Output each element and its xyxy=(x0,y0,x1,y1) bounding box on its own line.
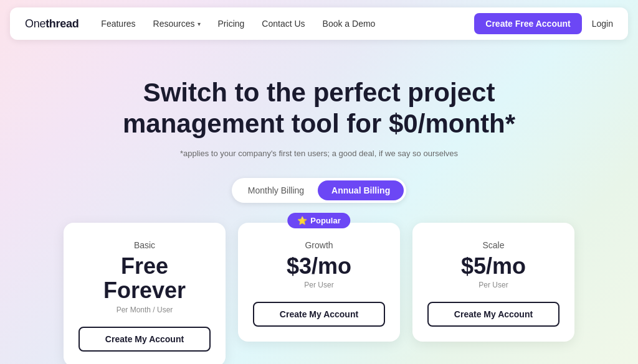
plan-growth: ⭐ Popular Growth $3/mo Per User Create M… xyxy=(238,223,400,364)
page-wrapper: Onethread Features Resources ▾ Pricing C… xyxy=(0,7,638,364)
nav-resources[interactable]: Resources ▾ xyxy=(153,19,201,29)
hero-section: Switch to the perfect project management… xyxy=(0,47,638,364)
nav-contact[interactable]: Contact Us xyxy=(262,19,305,29)
price-sub-scale: Per User xyxy=(427,281,559,289)
nav-links: Features Resources ▾ Pricing Contact Us … xyxy=(101,19,474,29)
nav-actions: Create Free Account Login xyxy=(474,13,613,34)
card-basic: Basic Free Forever Per Month / User Crea… xyxy=(64,223,226,364)
hero-subtitle: *applies to your company's first ten use… xyxy=(12,149,626,158)
plan-basic: Basic Free Forever Per Month / User Crea… xyxy=(64,223,226,364)
pricing-cards: Basic Free Forever Per Month / User Crea… xyxy=(12,223,626,364)
hero-title: Switch to the perfect project management… xyxy=(120,77,518,140)
logo[interactable]: Onethread xyxy=(25,17,79,30)
price-scale: $5/mo xyxy=(427,254,559,279)
cta-scale[interactable]: Create My Account xyxy=(427,302,559,327)
price-basic: Free Forever xyxy=(79,254,211,303)
cta-basic[interactable]: Create My Account xyxy=(79,327,211,352)
logo-part1: One xyxy=(25,17,45,30)
login-button[interactable]: Login xyxy=(592,19,613,29)
card-growth: Growth $3/mo Per User Create My Account xyxy=(238,223,400,342)
create-account-button[interactable]: Create Free Account xyxy=(474,13,581,34)
plan-label-growth: Growth xyxy=(253,240,385,250)
plan-label-basic: Basic xyxy=(79,240,211,250)
nav-features[interactable]: Features xyxy=(101,19,135,29)
chevron-down-icon: ▾ xyxy=(198,21,201,27)
price-sub-growth: Per User xyxy=(253,281,385,289)
popular-label: Popular xyxy=(310,216,340,225)
billing-toggle: Monthly Billing Annual Billing xyxy=(232,178,406,203)
price-sub-basic: Per Month / User xyxy=(79,306,211,314)
price-growth: $3/mo xyxy=(253,254,385,279)
star-icon: ⭐ xyxy=(297,216,307,225)
plan-label-scale: Scale xyxy=(427,240,559,250)
navbar: Onethread Features Resources ▾ Pricing C… xyxy=(10,7,628,40)
logo-part2: thread xyxy=(45,17,79,30)
annual-billing-button[interactable]: Annual Billing xyxy=(318,180,404,200)
popular-badge: ⭐ Popular xyxy=(287,213,350,228)
plan-scale: Scale $5/mo Per User Create My Account xyxy=(412,223,574,364)
monthly-billing-button[interactable]: Monthly Billing xyxy=(234,180,318,200)
cta-growth[interactable]: Create My Account xyxy=(253,302,385,327)
card-scale: Scale $5/mo Per User Create My Account xyxy=(412,223,574,342)
nav-pricing[interactable]: Pricing xyxy=(218,19,245,29)
nav-demo[interactable]: Book a Demo xyxy=(323,19,376,29)
